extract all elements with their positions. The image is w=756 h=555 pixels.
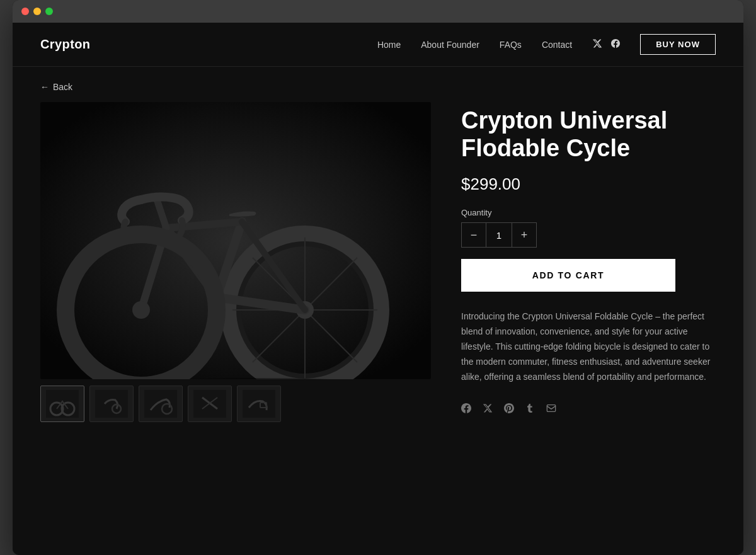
- nav-faqs[interactable]: FAQs: [500, 40, 522, 50]
- navbar: Crypton Home About Founder FAQs Contact: [13, 23, 743, 67]
- quantity-control: − 1 +: [461, 222, 537, 248]
- quantity-label: Quantity: [461, 208, 716, 217]
- buy-now-button[interactable]: BUY NOW: [640, 34, 716, 55]
- product-title: Crypton Universal Flodable Cycle: [461, 107, 716, 162]
- quantity-decrease-button[interactable]: −: [462, 223, 486, 247]
- browser-chrome: [13, 0, 743, 23]
- back-link[interactable]: ← Back: [13, 67, 743, 102]
- thumbnail-row: [40, 386, 431, 422]
- bike-illustration: [40, 102, 431, 379]
- product-image-area: [40, 102, 431, 422]
- product-info: Crypton Universal Flodable Cycle $299.00…: [461, 102, 716, 422]
- nav-about-founder[interactable]: About Founder: [421, 40, 479, 50]
- back-label: Back: [53, 82, 72, 92]
- page: Crypton Home About Founder FAQs Contact: [13, 23, 743, 555]
- add-to-cart-button[interactable]: ADD TO CART: [461, 259, 675, 292]
- share-facebook-icon[interactable]: [461, 403, 471, 416]
- facebook-icon[interactable]: [611, 38, 620, 50]
- svg-rect-28: [243, 390, 275, 418]
- maximize-dot[interactable]: [45, 8, 53, 15]
- svg-rect-21: [95, 390, 128, 418]
- quantity-value: 1: [486, 223, 512, 247]
- site-logo: Crypton: [40, 37, 90, 52]
- close-dot[interactable]: [21, 8, 29, 15]
- back-arrow-icon: ←: [40, 82, 49, 92]
- share-icons: [461, 403, 716, 416]
- nav-contact[interactable]: Contact: [542, 40, 572, 50]
- thumbnail-2[interactable]: [89, 386, 134, 422]
- nav-home[interactable]: Home: [377, 40, 401, 50]
- thumbnail-4[interactable]: [188, 386, 232, 422]
- thumbnail-3[interactable]: [139, 386, 183, 422]
- thumbnail-5[interactable]: [237, 386, 281, 422]
- product-main-image: [40, 102, 431, 379]
- svg-rect-18: [46, 390, 79, 418]
- share-pinterest-icon[interactable]: [504, 403, 514, 416]
- browser-window: Crypton Home About Founder FAQs Contact: [13, 0, 743, 555]
- product-description: Introducing the Crypton Universal Foldab…: [461, 309, 713, 384]
- svg-rect-23: [144, 390, 177, 418]
- nav-links: Home About Founder FAQs Contact: [377, 34, 716, 55]
- svg-point-16: [132, 301, 150, 319]
- thumbnail-1[interactable]: [40, 386, 84, 422]
- share-tumblr-icon[interactable]: [525, 403, 534, 416]
- share-twitter-icon[interactable]: [483, 403, 493, 416]
- product-price: $299.00: [461, 175, 716, 194]
- minimize-dot[interactable]: [33, 8, 41, 15]
- product-section: Crypton Universal Flodable Cycle $299.00…: [13, 102, 743, 450]
- share-email-icon[interactable]: [546, 403, 557, 416]
- twitter-icon[interactable]: [592, 38, 602, 50]
- nav-socials: [592, 38, 620, 50]
- quantity-increase-button[interactable]: +: [512, 223, 536, 247]
- svg-rect-30: [547, 405, 555, 412]
